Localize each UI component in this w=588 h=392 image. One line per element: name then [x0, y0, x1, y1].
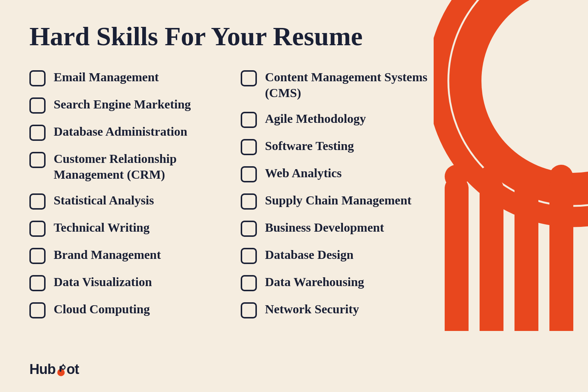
skill-label-4-left: Statistical Analysis — [54, 193, 154, 209]
skill-item: Customer Relationship Management (CRM) — [29, 151, 241, 182]
right-column: Content Management Systems (CMS) Agile M… — [241, 70, 452, 329]
skill-item: Email Management — [29, 70, 241, 86]
hubspot-text: Hub ot — [29, 361, 79, 377]
skill-label-1-left: Search Engine Marketing — [54, 97, 191, 113]
skill-label-1-right: Agile Methodology — [265, 111, 366, 127]
svg-rect-7 — [549, 177, 573, 331]
skill-item: Agile Methodology — [241, 111, 452, 128]
checkbox-5-right[interactable] — [241, 221, 257, 237]
svg-rect-6 — [514, 177, 538, 331]
checkbox-0-right[interactable] — [241, 70, 257, 86]
skill-item: Database Design — [241, 247, 452, 264]
page-container: Hard Skills For Your Resume Email Manage… — [0, 0, 588, 392]
checkbox-8-left[interactable] — [29, 302, 46, 318]
checkbox-0-left[interactable] — [29, 70, 46, 86]
skill-label-7-right: Data Warehousing — [265, 274, 364, 290]
svg-point-8 — [445, 165, 468, 188]
skill-label-4-right: Supply Chain Management — [265, 193, 412, 209]
left-column: Email Management Search Engine Marketing… — [29, 70, 241, 329]
svg-point-10 — [514, 165, 538, 188]
skill-label-3-left: Customer Relationship Management (CRM) — [54, 151, 241, 182]
skill-label-7-left: Data Visualization — [54, 274, 152, 290]
checkbox-7-left[interactable] — [29, 275, 46, 291]
checkbox-7-right[interactable] — [241, 275, 257, 291]
skill-item: Database Administration — [29, 124, 241, 141]
checkbox-5-left[interactable] — [29, 221, 46, 237]
skill-item: Data Visualization — [29, 274, 241, 291]
skill-label-6-right: Database Design — [265, 247, 354, 263]
skill-item: Search Engine Marketing — [29, 97, 241, 114]
skill-item: Cloud Computing — [29, 302, 241, 318]
checkbox-8-right[interactable] — [241, 302, 257, 318]
checkbox-6-left[interactable] — [29, 248, 46, 264]
skill-label-8-left: Cloud Computing — [54, 302, 150, 317]
skill-item: Content Management Systems (CMS) — [241, 70, 452, 101]
skill-label-2-right: Software Testing — [265, 138, 354, 154]
checkbox-4-left[interactable] — [29, 193, 46, 210]
svg-point-9 — [480, 165, 503, 188]
skill-item: Statistical Analysis — [29, 193, 241, 210]
checkbox-1-left[interactable] — [29, 97, 46, 114]
skill-label-6-left: Brand Management — [54, 247, 161, 263]
checkbox-6-right[interactable] — [241, 248, 257, 264]
checkbox-2-left[interactable] — [29, 125, 46, 141]
svg-rect-4 — [445, 177, 469, 331]
skill-item: Network Security — [241, 302, 452, 318]
skill-label-2-left: Database Administration — [54, 124, 187, 140]
svg-rect-5 — [480, 177, 503, 331]
skill-item: Software Testing — [241, 138, 452, 155]
hubspot-logo: Hub ot — [29, 361, 79, 377]
skill-label-5-left: Technical Writing — [54, 220, 150, 236]
hubspot-icon — [56, 364, 66, 377]
skill-item: Brand Management — [29, 247, 241, 264]
checkbox-4-right[interactable] — [241, 193, 257, 210]
svg-point-11 — [549, 165, 573, 188]
skill-item: Business Development — [241, 220, 452, 237]
skill-label-5-right: Business Development — [265, 220, 384, 236]
skill-item: Technical Writing — [29, 220, 241, 237]
skill-label-0-left: Email Management — [54, 70, 159, 85]
checkbox-1-right[interactable] — [241, 112, 257, 128]
decorative-graphic — [434, 0, 588, 331]
skills-grid: Email Management Search Engine Marketing… — [29, 70, 452, 329]
skill-item: Web Analytics — [241, 165, 452, 182]
skill-item: Supply Chain Management — [241, 193, 452, 210]
skill-label-0-right: Content Management Systems (CMS) — [265, 70, 452, 101]
skill-label-3-right: Web Analytics — [265, 165, 342, 181]
checkbox-3-right[interactable] — [241, 166, 257, 182]
skill-label-8-right: Network Security — [265, 302, 359, 317]
checkbox-2-right[interactable] — [241, 139, 257, 155]
skill-item: Data Warehousing — [241, 274, 452, 291]
checkbox-3-left[interactable] — [29, 152, 46, 168]
